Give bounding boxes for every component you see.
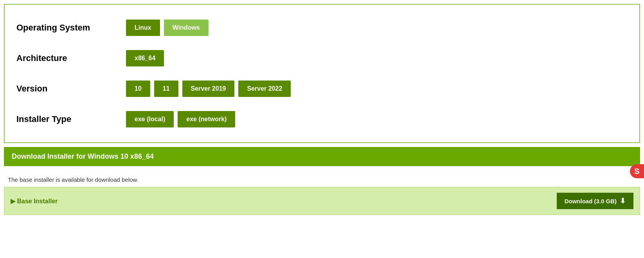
- download-info: The base installer is available for down…: [0, 170, 644, 187]
- version-server2022-button[interactable]: Server 2022: [238, 81, 291, 97]
- installer-exe-local-button[interactable]: exe (local): [126, 111, 174, 127]
- version-server2019-button[interactable]: Server 2019: [182, 81, 235, 97]
- installer-exe-network-button[interactable]: exe (network): [178, 111, 235, 127]
- download-icon: ⬇: [620, 197, 626, 205]
- os-linux-button[interactable]: Linux: [126, 20, 160, 36]
- download-button-label: Download (3.0 GB): [565, 198, 617, 204]
- os-label: Operating System: [16, 23, 126, 33]
- version-row: Version 10 11 Server 2019 Server 2022: [16, 73, 628, 104]
- version-label: Version: [16, 84, 126, 94]
- arch-x86-button[interactable]: x86_64: [126, 50, 164, 66]
- csdn-badge: S: [630, 164, 644, 178]
- base-installer-row: Base Installer Download (3.0 GB) ⬇: [4, 187, 640, 215]
- installer-type-label: Installer Type: [16, 114, 126, 124]
- os-row: Operating System Linux Windows: [16, 13, 628, 43]
- download-bar-title: Download Installer for Windows 10 x86_64: [12, 152, 154, 160]
- download-button[interactable]: Download (3.0 GB) ⬇: [557, 193, 633, 209]
- installer-type-row: Installer Type exe (local) exe (network): [16, 104, 628, 134]
- version-10-button[interactable]: 10: [126, 81, 150, 97]
- version-11-button[interactable]: 11: [154, 81, 178, 97]
- os-windows-button[interactable]: Windows: [164, 20, 209, 36]
- base-installer-label: Base Installer: [11, 197, 58, 205]
- arch-buttons: x86_64: [126, 50, 164, 66]
- selector-panel: Operating System Linux Windows Architect…: [4, 4, 640, 143]
- installer-type-buttons: exe (local) exe (network): [126, 111, 235, 127]
- version-buttons: 10 11 Server 2019 Server 2022: [126, 81, 291, 97]
- download-bar: Download Installer for Windows 10 x86_64: [4, 147, 640, 166]
- download-description: The base installer is available for down…: [8, 176, 139, 183]
- arch-row: Architecture x86_64: [16, 43, 628, 73]
- arch-label: Architecture: [16, 53, 126, 63]
- os-buttons: Linux Windows: [126, 20, 209, 36]
